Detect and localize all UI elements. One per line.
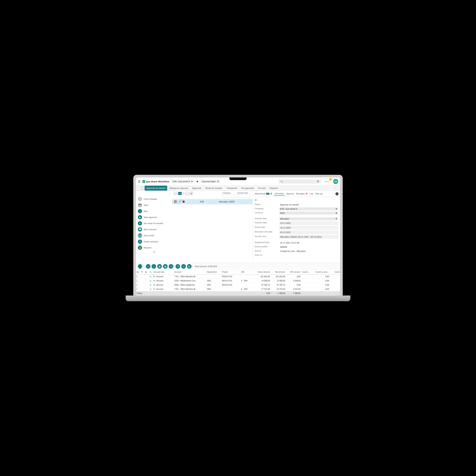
line-checkbox[interactable] xyxy=(137,279,137,282)
rp-tab-view-log[interactable]: View log xyxy=(314,192,323,195)
action-new[interactable]: ＋New xyxy=(137,208,171,214)
table-row[interactable]: 📎H - Account7701 - Office Machine M...60… xyxy=(136,274,340,279)
rp-tab-messages[interactable]: Messages 📌 xyxy=(295,192,308,195)
action-undo[interactable]: ↶Undo changes xyxy=(137,196,171,202)
search-settings-icon[interactable]: ⚙ xyxy=(317,180,319,183)
action-start-approval[interactable]: ▶Start approval xyxy=(137,214,171,220)
tool-btn-1[interactable]: ≡ xyxy=(146,264,151,269)
col-layout-icon[interactable]: ▥ xyxy=(144,270,149,274)
col-toggle-icon[interactable]: ▥ xyxy=(136,270,140,274)
rp-tab-information[interactable]: Information xyxy=(274,192,285,196)
table-footer: 8 lines 0,00 -7 688,84 7 688,84 xyxy=(136,291,340,295)
line-checkbox[interactable] xyxy=(137,284,137,286)
notification-area[interactable]: EyeDa 11 xyxy=(323,179,331,184)
tool-btn-2[interactable]: ⎌ xyxy=(152,264,156,269)
rp-tab-attachments[interactable]: Attachments17📌 xyxy=(254,192,273,195)
tab-on-hold[interactable]: On hold xyxy=(256,186,267,191)
tab-approval-not-started[interactable]: Approval not started× xyxy=(145,186,167,191)
toggle-button[interactable] xyxy=(138,264,145,269)
line-checkbox[interactable] xyxy=(137,275,137,278)
col-filter-icon[interactable]: ⧩ xyxy=(140,270,144,274)
col-account[interactable]: Account xyxy=(174,270,206,274)
tab-rejected[interactable]: Rejected xyxy=(268,186,280,191)
action-add-comment[interactable]: 💬Add comment xyxy=(137,227,171,232)
chevron-left-icon[interactable]: ‹ xyxy=(170,193,170,195)
info-source-value: Created by user - Allocation xyxy=(279,250,338,253)
row-voucher-text: Allocation 10032 xyxy=(219,201,251,203)
attachment-icon[interactable]: 📎 xyxy=(149,284,152,286)
col-currency-amount[interactable]: Currency amo... xyxy=(313,270,330,274)
user-avatar[interactable]: EM xyxy=(333,179,338,184)
row-checkbox[interactable]: ✓ xyxy=(174,200,177,203)
action-set-on-hold[interactable]: ❚❚Set on hold xyxy=(137,233,171,238)
tab-ready-for-transfer[interactable]: Ready for transfer xyxy=(204,186,224,191)
info-company-select[interactable]: ES6 - Eye-share 6▼ xyxy=(279,207,338,210)
table-row[interactable]: 📎H - Account7701 - Office Machine M...10… xyxy=(136,287,340,291)
status-tabs: ˆ Approval not started× Waiting for appr… xyxy=(136,186,340,191)
gear-icon[interactable]: ✱ xyxy=(196,180,198,183)
tool-btn-6[interactable]: ❐ xyxy=(176,264,180,269)
action-save[interactable]: 💾Save xyxy=(137,202,171,208)
tab-not-approved[interactable]: Not approved xyxy=(239,186,256,191)
action-reserve[interactable]: 🔒Reserve xyxy=(137,245,171,251)
kebab-menu-icon[interactable]: ⋮ xyxy=(333,186,338,190)
attachment-icon[interactable]: 📎 xyxy=(149,280,152,282)
col-project[interactable]: Project xyxy=(221,270,240,274)
col-department[interactable]: Department xyxy=(206,270,221,274)
col-net[interactable]: Net amount xyxy=(271,270,286,274)
table-row[interactable]: 📎H - Account5156 - Maintenance Con...100… xyxy=(136,279,340,283)
app-logo: ● eye-share Workflow xyxy=(142,180,169,183)
info-allocation-end-field[interactable]: 03.12.2021 xyxy=(279,231,338,234)
filter-voucher-text-input[interactable] xyxy=(237,194,251,198)
close-icon[interactable]: × xyxy=(166,186,167,187)
info-serial-number-label: Serial number xyxy=(255,245,279,249)
tool-btn-4[interactable]: ▦ xyxy=(163,264,168,269)
action-delete-selected[interactable]: ✕Delete selected xyxy=(137,239,171,244)
info-panel: Attachments17📌 Information Approval Mess… xyxy=(253,191,340,263)
rp-tab-approval[interactable]: Approval xyxy=(286,192,295,195)
row-company: ES6 xyxy=(186,201,218,203)
tool-btn-3[interactable]: ▦ xyxy=(157,264,162,269)
info-voucher-type-select[interactable]: Allocation▼ xyxy=(279,217,338,220)
ledger-selector[interactable]: General ledger▼ xyxy=(200,180,221,183)
search-input[interactable]: 🔍 ⚙ xyxy=(279,179,321,184)
tool-btn-5[interactable]: ✕ xyxy=(169,264,173,269)
menu-icon[interactable]: ☰ xyxy=(138,180,140,183)
col-attach-icon[interactable]: 📎 xyxy=(149,270,153,274)
tab-approved[interactable]: Approved xyxy=(190,186,203,191)
attachment-icon[interactable]: 📎 xyxy=(149,288,152,290)
company-selector[interactable]: ES6 - Eye-share 6▼ xyxy=(171,180,195,183)
collapse-chevron-icon[interactable]: ˆ xyxy=(138,186,141,190)
filter-company-input[interactable] xyxy=(222,194,236,198)
col-gross[interactable]: Gross amount xyxy=(254,270,271,274)
tab-waiting-for-approval[interactable]: Waiting for approval xyxy=(168,186,190,191)
layout-icon[interactable] xyxy=(141,187,144,189)
view-mode-3-icon[interactable]: ≡ xyxy=(186,192,189,195)
tag-icon[interactable]: 🏷 xyxy=(255,198,338,202)
table-row[interactable]: 📎H - Account0030 - Office equipment10016… xyxy=(136,283,340,287)
panel-close-icon[interactable]: ✕ xyxy=(336,192,339,195)
tool-btn-8[interactable]: ◐ xyxy=(187,264,191,269)
col-currency[interactable]: Curren... xyxy=(301,270,313,274)
voucher-row[interactable]: ✓ 🔗15 ES6 Allocation 10032 xyxy=(172,199,253,204)
view-mode-2-icon[interactable]: ≡ xyxy=(178,192,182,195)
attachment-icon[interactable]: 📎 xyxy=(149,275,152,278)
line-checkbox[interactable] xyxy=(137,288,137,290)
view-mode-4-icon[interactable]: ▥ xyxy=(190,192,193,195)
col-vat-amount[interactable]: VAT amount xyxy=(286,270,301,274)
col-account-type[interactable]: Account type xyxy=(153,270,174,274)
col-currency-rate[interactable]: Currency rate xyxy=(330,270,340,274)
tab-transferred[interactable]: Transferred xyxy=(224,186,239,191)
tool-btn-7[interactable]: ✂ xyxy=(181,264,186,269)
rp-tab-log[interactable]: Log xyxy=(309,192,314,195)
link-icon[interactable]: 🔗15 xyxy=(178,201,181,203)
view-mode-1-icon[interactable]: ▭ xyxy=(174,192,177,195)
star-icon[interactable]: ☆ xyxy=(182,192,185,195)
col-vat[interactable]: VAT xyxy=(240,270,254,274)
info-voucher-date-field[interactable]: 15.11.2021 xyxy=(279,221,338,225)
info-voucher-text-field[interactable]: Allocation 100322 (15.11.2021 - 03.12.20… xyxy=(279,235,338,238)
info-currency-select[interactable]: NOK▼ xyxy=(279,212,338,215)
action-set-ready[interactable]: ✔Set ready for transfer xyxy=(137,221,171,226)
info-period-date-field[interactable]: 15.11.2021 xyxy=(279,226,338,229)
more-actions-chevron-icon[interactable]: ▼ xyxy=(137,251,171,253)
